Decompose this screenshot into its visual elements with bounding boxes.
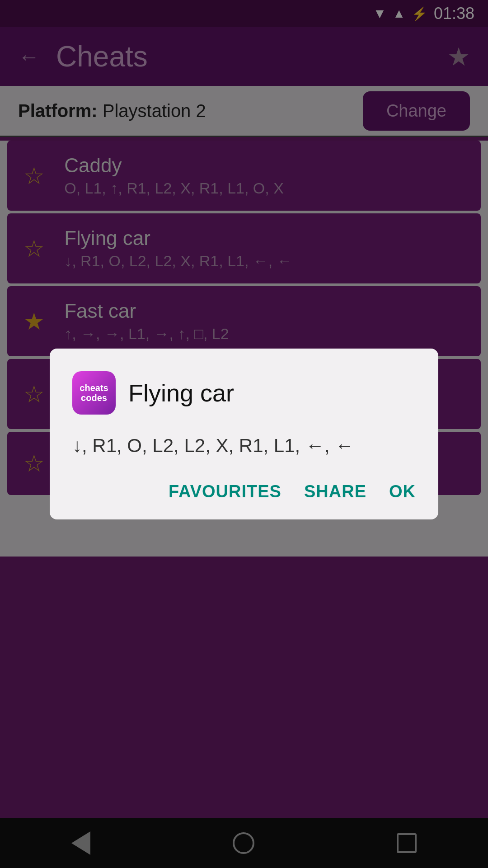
dialog-code: ↓, R1, O, L2, L2, X, R1, L1, ←, ← [72, 433, 416, 459]
app-icon-text: cheatscodes [80, 383, 108, 403]
app-icon: cheatscodes [72, 371, 116, 415]
dialog-overlay[interactable]: cheatscodes Flying car ↓, R1, O, L2, L2,… [0, 0, 488, 868]
dialog-title: Flying car [128, 379, 234, 407]
dialog: cheatscodes Flying car ↓, R1, O, L2, L2,… [50, 349, 438, 519]
ok-button[interactable]: OK [389, 482, 416, 501]
dialog-actions: FAVOURITES SHARE OK [72, 482, 416, 501]
share-button[interactable]: SHARE [304, 482, 366, 501]
dialog-header: cheatscodes Flying car [72, 371, 416, 415]
favourites-button[interactable]: FAVOURITES [169, 482, 282, 501]
